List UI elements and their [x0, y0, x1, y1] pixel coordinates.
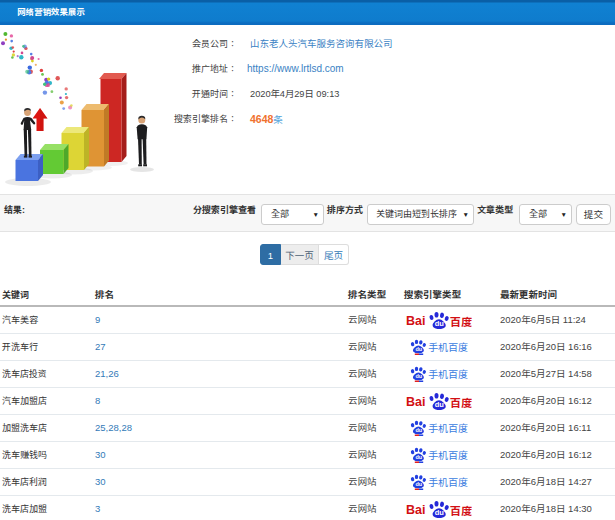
svg-text:Bai: Bai: [406, 395, 425, 409]
svg-text:手机百度: 手机百度: [428, 476, 468, 488]
svg-text:du: du: [435, 508, 445, 517]
svg-text:du: du: [415, 373, 422, 379]
svg-text:du: du: [435, 400, 445, 409]
svg-text:手机百度: 手机百度: [428, 368, 468, 380]
svg-text:手机百度: 手机百度: [428, 449, 468, 461]
svg-text:du: du: [415, 427, 422, 433]
svg-text:百度: 百度: [450, 395, 472, 408]
svg-text:手机百度: 手机百度: [428, 422, 468, 434]
svg-text:手机百度: 手机百度: [428, 341, 468, 353]
svg-text:du: du: [435, 319, 445, 328]
svg-text:du: du: [415, 481, 422, 487]
svg-text:du: du: [415, 346, 422, 352]
svg-text:Bai: Bai: [406, 314, 425, 328]
svg-text:百度: 百度: [450, 314, 472, 327]
svg-text:du: du: [415, 454, 422, 460]
svg-text:百度: 百度: [450, 503, 472, 516]
svg-text:Bai: Bai: [406, 503, 425, 517]
